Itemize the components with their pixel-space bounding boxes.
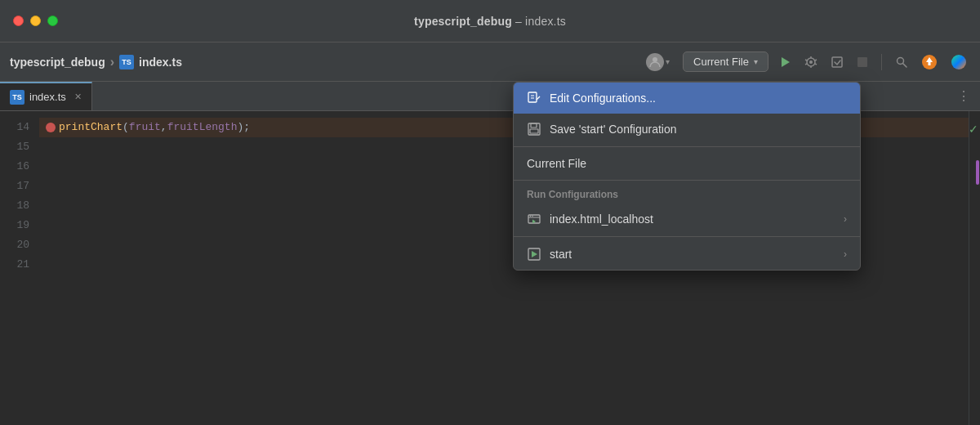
browser-run-icon [527,212,541,226]
coverage-button[interactable] [827,52,847,72]
svg-point-17 [951,55,966,69]
menu-item-start[interactable]: start › [514,239,860,270]
start-label: start [550,248,572,261]
run-config-label: Current File [693,56,749,68]
svg-marker-31 [532,251,537,257]
svg-line-13 [903,63,907,67]
save-configuration-label: Save 'start' Configuration [550,123,677,136]
title-bar: typescript_debug – index.ts [0,0,980,42]
code-token: printChart [59,118,122,137]
separator-1 [514,146,860,147]
traffic-lights [13,16,58,26]
svg-rect-23 [531,123,537,128]
svg-marker-1 [782,57,790,67]
tab-label: index.ts [29,91,66,103]
tab-file-icon: TS [10,90,24,105]
svg-rect-11 [858,57,867,67]
scroll-indicator [976,160,979,185]
svg-rect-24 [530,129,538,133]
svg-line-9 [815,64,817,65]
update-button[interactable] [918,51,941,74]
stop-button[interactable] [853,53,871,71]
separator-3 [514,236,860,237]
menu-item-index-html-localhost[interactable]: index.html_localhost › [514,204,860,235]
svg-point-0 [653,57,657,62]
tab-index-ts[interactable]: TS index.ts ✕ [0,82,92,110]
start-arrow-icon: › [844,248,847,260]
jetbrains-menu-button[interactable] [947,51,970,74]
check-mark-icon: ✓ [969,123,978,136]
svg-line-7 [815,60,817,60]
right-gutter: ✓ [969,111,980,425]
line-numbers: 14 15 16 17 18 19 20 21 [0,111,39,425]
edit-config-icon [527,91,541,105]
avatar [646,53,664,71]
breadcrumb: typescript_debug › TS index.ts [10,55,182,69]
dropdown-arrow-icon: ▾ [754,57,758,66]
file-name[interactable]: index.ts [139,56,182,69]
run-config-dropdown: Edit Configurations... Save 'start' Conf… [513,82,861,271]
start-run-icon [527,247,541,262]
run-configurations-section: Run Configurations [514,182,860,204]
arrow-icon: › [844,213,847,225]
menu-item-save-configuration[interactable]: Save 'start' Configuration [514,114,860,145]
minimize-button[interactable] [30,16,41,26]
menu-item-edit-configurations[interactable]: Edit Configurations... [514,83,860,114]
current-file-label: Current File [527,157,586,170]
save-config-icon [527,122,541,136]
breakpoint-icon[interactable] [46,123,56,132]
project-name[interactable]: typescript_debug [10,56,105,69]
toolbar-divider [881,54,882,70]
svg-point-3 [809,60,813,64]
svg-point-28 [532,216,532,217]
user-icon-button[interactable]: ▾ [646,53,670,71]
maximize-button[interactable] [47,16,58,26]
svg-rect-16 [929,62,931,65]
debug-button[interactable] [801,52,821,72]
tab-more-button[interactable]: ⋮ [947,88,980,104]
run-config-button[interactable]: Current File ▾ [683,51,768,72]
svg-rect-18 [528,92,537,102]
toolbar: typescript_debug › TS index.ts ▾ Current… [0,42,980,82]
close-button[interactable] [13,16,24,26]
menu-item-current-file[interactable]: Current File [514,149,860,178]
svg-point-27 [530,216,531,217]
window-title: typescript_debug – index.ts [414,15,566,28]
ts-file-icon: TS [119,55,134,69]
separator-2 [514,180,860,181]
svg-line-8 [805,64,807,65]
svg-line-6 [805,60,807,60]
search-button[interactable] [892,52,911,72]
svg-rect-10 [832,57,842,67]
run-button[interactable] [775,52,795,72]
index-html-localhost-label: index.html_localhost [550,212,653,226]
edit-configurations-label: Edit Configurations... [550,92,656,105]
tab-close-icon[interactable]: ✕ [74,92,82,102]
breadcrumb-separator: › [110,55,114,69]
